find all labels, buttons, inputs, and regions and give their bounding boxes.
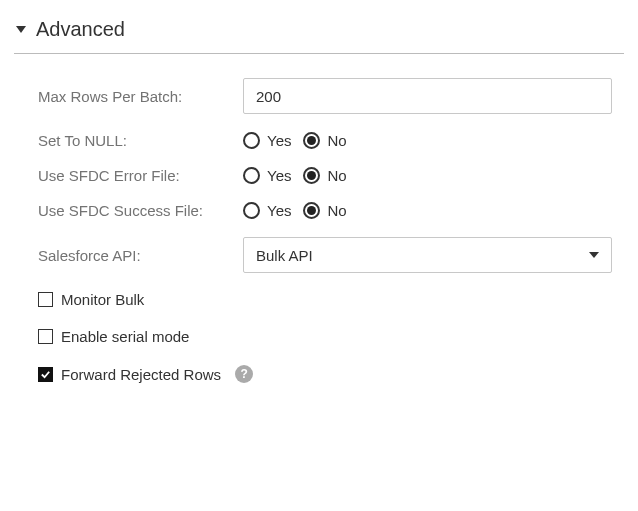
checkbox-icon xyxy=(38,292,53,307)
radio-icon xyxy=(243,202,260,219)
err-file-yes[interactable]: Yes xyxy=(243,167,291,184)
succ-file-yes[interactable]: Yes xyxy=(243,202,291,219)
radio-checked-icon xyxy=(303,202,320,219)
set-null-yes-label: Yes xyxy=(267,132,291,149)
api-label: Salesforce API: xyxy=(38,247,243,264)
max-rows-input[interactable] xyxy=(243,78,612,114)
set-null-yes[interactable]: Yes xyxy=(243,132,291,149)
api-select[interactable]: Bulk API xyxy=(243,237,612,273)
succ-file-no-label: No xyxy=(327,202,346,219)
set-null-row: Set To NULL: Yes No xyxy=(38,132,612,149)
advanced-section-header[interactable]: Advanced xyxy=(14,14,624,54)
chevron-down-icon xyxy=(589,252,599,258)
api-row: Salesforce API: Bulk API xyxy=(38,237,612,273)
err-file-yes-label: Yes xyxy=(267,167,291,184)
err-file-label: Use SFDC Error File: xyxy=(38,167,243,184)
checkbox-checked-icon xyxy=(38,367,53,382)
monitor-bulk-label: Monitor Bulk xyxy=(61,291,144,308)
succ-file-no[interactable]: No xyxy=(303,202,346,219)
section-title: Advanced xyxy=(36,18,125,41)
advanced-form: Max Rows Per Batch: Set To NULL: Yes No … xyxy=(14,54,624,383)
monitor-bulk-checkbox[interactable]: Monitor Bulk xyxy=(38,291,612,308)
forward-rejected-label: Forward Rejected Rows xyxy=(61,366,221,383)
set-null-no[interactable]: No xyxy=(303,132,346,149)
api-selected-value: Bulk API xyxy=(256,247,313,264)
set-null-no-label: No xyxy=(327,132,346,149)
succ-file-yes-label: Yes xyxy=(267,202,291,219)
succ-file-row: Use SFDC Success File: Yes No xyxy=(38,202,612,219)
succ-file-group: Yes No xyxy=(243,202,347,219)
radio-icon xyxy=(243,167,260,184)
err-file-no[interactable]: No xyxy=(303,167,346,184)
serial-mode-label: Enable serial mode xyxy=(61,328,189,345)
caret-down-icon xyxy=(16,26,26,33)
forward-rejected-checkbox[interactable]: Forward Rejected Rows ? xyxy=(38,365,612,383)
succ-file-label: Use SFDC Success File: xyxy=(38,202,243,219)
help-icon[interactable]: ? xyxy=(235,365,253,383)
set-null-group: Yes No xyxy=(243,132,347,149)
err-file-group: Yes No xyxy=(243,167,347,184)
serial-mode-checkbox[interactable]: Enable serial mode xyxy=(38,328,612,345)
max-rows-row: Max Rows Per Batch: xyxy=(38,78,612,114)
set-null-label: Set To NULL: xyxy=(38,132,243,149)
err-file-row: Use SFDC Error File: Yes No xyxy=(38,167,612,184)
checkbox-icon xyxy=(38,329,53,344)
err-file-no-label: No xyxy=(327,167,346,184)
radio-checked-icon xyxy=(303,132,320,149)
radio-checked-icon xyxy=(303,167,320,184)
radio-icon xyxy=(243,132,260,149)
max-rows-label: Max Rows Per Batch: xyxy=(38,88,243,105)
